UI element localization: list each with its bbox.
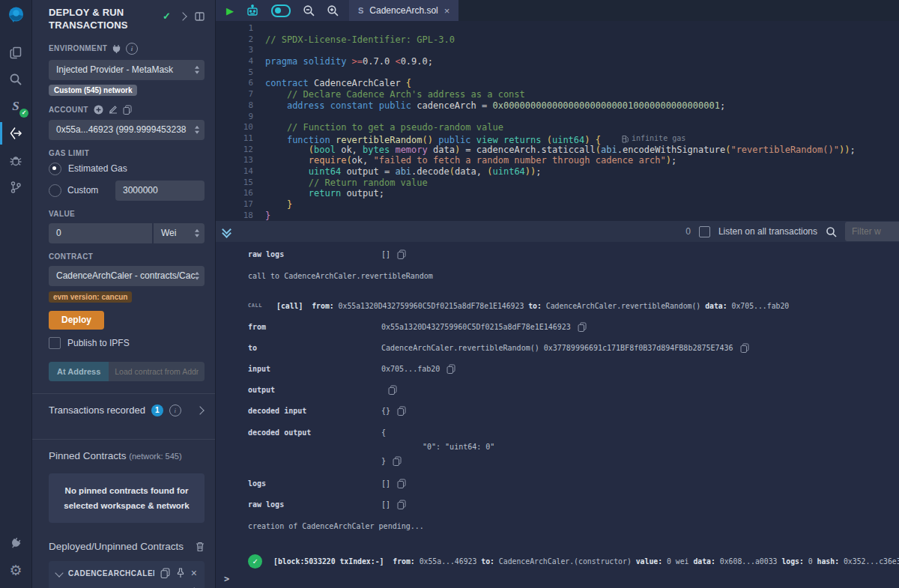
code-line[interactable]: 18} [216,210,899,222]
code-line[interactable]: 14 uint64 output = abi.decode(data, (uin… [216,166,899,178]
terminal-prompt[interactable]: > [224,574,229,584]
sidebar-item-deploy-run[interactable] [0,120,31,147]
deploy-run-icon [8,127,23,140]
collapse-contract-icon[interactable] [55,569,63,577]
copy-icon[interactable] [397,479,406,488]
code-line[interactable]: 2// SPDX-License-Identifier: GPL-3.0 [216,34,899,46]
code-line[interactable]: 9 [216,112,899,123]
value-unit-select[interactable]: Wei [154,223,205,243]
infinite-gas-annotation: infinite gas [622,133,685,145]
code-line[interactable]: 3 [216,45,899,56]
code-line[interactable]: 13 require(ok, "failed to fetch a random… [216,155,899,166]
copy-icon[interactable] [397,406,406,416]
panel-forward-icon[interactable] [178,12,187,20]
line-number: 12 [216,145,265,156]
copilot-toggle[interactable] [271,4,291,17]
split-view-icon[interactable] [195,12,205,21]
code-line[interactable]: 1 [216,23,899,34]
sidebar-item-plugin-manager[interactable] [0,530,31,557]
code-line[interactable]: 11 function revertibleRandom() public vi… [216,133,899,145]
environment-select[interactable]: Injected Provider - MetaMask [49,60,205,80]
gas-custom-radio[interactable] [49,184,61,197]
deploy-button[interactable]: Deploy [49,311,104,330]
add-account-icon[interactable] [94,105,103,115]
row-value: CadenceArchCaler.revertibleRandom() 0x37… [381,344,733,352]
contract-select[interactable]: CadenceArchCaler - contracts/Cac [49,266,205,286]
copy-address-icon[interactable] [160,568,170,578]
code-line[interactable]: 4pragma solidity >=0.7.0 <0.9.0; [216,56,899,67]
copy-icon[interactable] [388,385,397,395]
tx-info-icon[interactable]: i [169,404,181,416]
code-line[interactable]: 15 // Return random value [216,178,899,189]
row-value: [] [381,500,390,509]
copy-icon[interactable] [447,364,455,374]
copy-icon[interactable] [397,249,406,259]
terminal-toolbar: 0 Listen on all transactions [216,221,899,242]
tab-cadencearch-sol[interactable]: S CadenceArch.sol × [349,0,458,21]
sidebar-item-settings[interactable]: ⚙ [0,557,31,584]
collapse-terminal-icon[interactable] [223,226,230,237]
remove-contract-icon[interactable]: × [191,568,197,578]
sidebar-item-solidity-compiler[interactable]: S ✓ [0,93,31,120]
code-line[interactable]: 5 [216,67,899,79]
code-line[interactable]: 17 } [216,199,899,210]
zoom-in-icon[interactable] [327,4,339,16]
pending-tx-count: 0 [685,226,691,237]
close-tab-icon[interactable]: × [444,5,450,16]
radio-on-icon [49,163,61,175]
account-select[interactable]: 0x55a...46923 (999.9999453238 [49,120,205,140]
editor-tabbar: ▶ S CadenceArch.sol × [216,0,899,21]
tx-expand-icon[interactable] [196,406,204,414]
gas-custom-input[interactable] [115,181,205,201]
fork-state-icon[interactable] [112,44,121,53]
gas-estimated-radio[interactable]: Estimated Gas [49,163,205,175]
zoom-out-icon[interactable] [303,4,315,16]
sidebar-item-search[interactable] [0,66,31,93]
code-area[interactable]: 12// SPDX-License-Identifier: GPL-3.034p… [216,21,899,223]
compile-success-badge-icon: ✓ [19,109,28,118]
code-line[interactable]: 8 address constant public cadenceArch = … [216,100,899,112]
terminal-kv-multiline-row: decoded output{"0": "uint64: 0"} [216,425,899,468]
remix-logo-icon[interactable] [6,5,26,28]
publish-ipfs-row[interactable]: Publish to IPFS [49,337,205,349]
tx-count-badge: 1 [151,404,163,416]
terminal-call-row: CALL[call] from: 0x55a1320D432759960C5Df… [216,295,899,316]
code-line[interactable]: 6contract CadenceArchCaler { [216,78,899,89]
sidebar-item-file-explorer[interactable] [0,39,31,66]
checkbox-icon [49,337,61,349]
terminal-filter-input[interactable] [845,222,899,241]
deploy-run-panel: DEPLOY & RUN TRANSACTIONS ✓ ENVIRONMENT … [32,0,216,588]
sidebar-item-source-control[interactable] [0,174,31,201]
code-line[interactable]: 10 // Function to get a pseudo-random va… [216,122,899,133]
copy-account-icon[interactable] [123,105,132,115]
code-line[interactable]: 7 // Declare Cadence Arch's address as a… [216,89,899,100]
value-input[interactable] [49,223,152,243]
trash-icon[interactable] [196,542,205,552]
line-number: 14 [216,166,265,178]
run-script-icon[interactable]: ▶ [226,6,234,16]
row-label: decoded output [248,425,381,440]
at-address-button[interactable]: At Address [49,362,109,381]
line-number: 16 [216,188,265,199]
code-line[interactable]: 12 (bool ok, bytes memory data) = cadenc… [216,145,899,156]
listen-checkbox-icon[interactable] [699,226,710,237]
at-address-input[interactable] [109,362,205,381]
sign-message-icon[interactable] [109,105,118,114]
row-value: [] [381,250,390,258]
sidebar-item-debugger[interactable] [0,147,31,174]
code-line[interactable]: 16 return output; [216,188,899,199]
copy-icon[interactable] [578,322,587,332]
ai-assistant-robot-icon[interactable] [246,4,259,17]
terminal: 0 Listen on all transactions raw logs[]c… [216,221,899,588]
copy-icon[interactable] [393,456,402,466]
copy-icon[interactable] [740,343,749,353]
copy-icon[interactable] [397,500,406,509]
pin-icon[interactable] [176,568,185,578]
select-stepper-icon [195,66,199,74]
environment-info-icon[interactable]: i [126,43,138,55]
call-tag: CALL [248,303,276,309]
terminal-search-icon[interactable] [826,226,837,237]
line-number: 11 [216,133,265,145]
row-label: from [248,323,381,331]
select-stepper-icon [195,229,199,237]
